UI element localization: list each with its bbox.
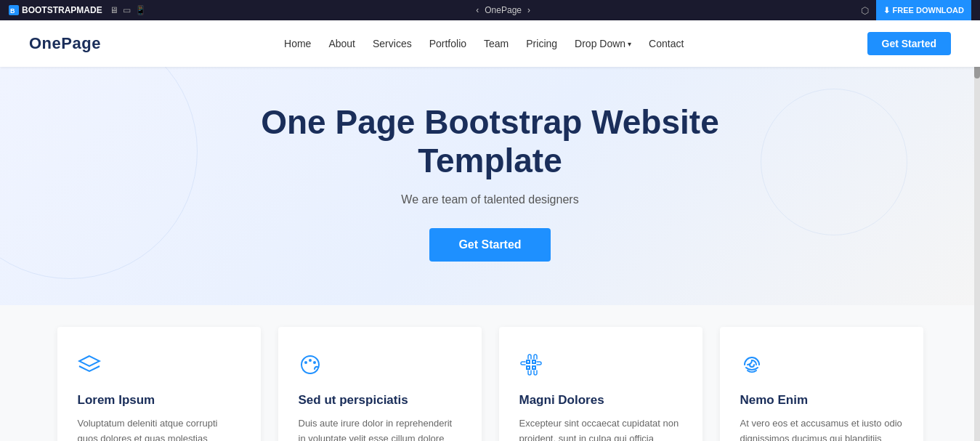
nav-item-about[interactable]: About (328, 37, 355, 50)
prev-icon[interactable]: ‹ (476, 5, 479, 15)
feature-text-2: Duis aute irure dolor in reprehenderit i… (299, 416, 461, 441)
nav-item-pricing[interactable]: Pricing (526, 37, 557, 50)
feature-title-4: Nemo Enim (740, 393, 903, 408)
tablet-icon: ▭ (123, 5, 131, 15)
feature-icon-1 (78, 353, 240, 381)
features-section: Lorem Ipsum Voluptatum deleniti atque co… (0, 305, 980, 441)
brand-text: BOOTSTRAPMADE (22, 5, 102, 15)
mobile-icon: 📱 (135, 5, 146, 15)
navbar-cta-button[interactable]: Get Started (867, 32, 951, 55)
nav-item-portfolio[interactable]: Portfolio (429, 37, 466, 50)
scrollbar-track[interactable] (974, 20, 980, 441)
feature-title-2: Sed ut perspiciatis (299, 393, 461, 408)
feature-icon-2 (299, 353, 461, 381)
svg-point-5 (313, 361, 316, 364)
svg-point-4 (309, 359, 312, 362)
nav-link-services[interactable]: Services (373, 38, 412, 49)
feature-card-4: Nemo Enim At vero eos et accusamus et iu… (720, 327, 923, 441)
top-bar-center: ‹ OnePage › (476, 5, 530, 15)
brand-logo: B BOOTSTRAPMADE (9, 5, 102, 15)
desktop-icon: 🖥 (110, 5, 118, 15)
hero-cta-button[interactable]: Get Started (429, 228, 550, 262)
nav-item-services[interactable]: Services (373, 37, 412, 50)
nav-link-about[interactable]: About (328, 38, 355, 49)
svg-point-3 (304, 361, 307, 364)
page-title: OnePage (485, 5, 522, 15)
feature-title-1: Lorem Ipsum (78, 393, 240, 408)
feature-icon-3 (519, 353, 682, 381)
navbar: OnePage Home About Services Portfolio Te… (0, 20, 980, 67)
nav-link-portfolio[interactable]: Portfolio (429, 38, 466, 49)
nav-link-pricing[interactable]: Pricing (526, 38, 557, 49)
bootstrap-icon: B (9, 5, 19, 15)
top-bar-left: B BOOTSTRAPMADE 🖥 ▭ 📱 (9, 5, 146, 15)
nav-link-dropdown[interactable]: Drop Down (575, 38, 631, 49)
hero-title: One Page Bootstrap Website Template (254, 103, 726, 180)
nav-item-team[interactable]: Team (484, 37, 509, 50)
top-bar: B BOOTSTRAPMADE 🖥 ▭ 📱 ‹ OnePage › ⬡ ⬇ FR… (0, 0, 980, 20)
nav-menu: Home About Services Portfolio Team Prici… (284, 37, 684, 50)
hero-section: One Page Bootstrap Website Template We a… (0, 67, 980, 305)
feature-card-2: Sed ut perspiciatis Duis aute irure dolo… (278, 327, 482, 441)
external-link-icon[interactable]: ⬡ (861, 5, 869, 16)
device-icons: 🖥 ▭ 📱 (110, 5, 146, 15)
next-icon[interactable]: › (527, 5, 530, 15)
feature-title-3: Magni Dolores (519, 393, 682, 408)
navbar-brand[interactable]: OnePage (29, 34, 101, 53)
feature-card-1: Lorem Ipsum Voluptatum deleniti atque co… (57, 327, 261, 441)
feature-text-4: At vero eos et accusamus et iusto odio d… (740, 416, 903, 441)
nav-item-dropdown[interactable]: Drop Down (575, 38, 631, 49)
nav-link-contact[interactable]: Contact (649, 38, 684, 49)
hero-subtitle: We are team of talented designers (401, 193, 578, 206)
feature-card-3: Magni Dolores Excepteur sint occaecat cu… (499, 327, 702, 441)
svg-point-2 (301, 356, 319, 373)
svg-text:B: B (10, 7, 15, 15)
nav-link-team[interactable]: Team (484, 38, 509, 49)
download-button[interactable]: ⬇ FREE DOWNLOAD (876, 0, 971, 20)
nav-item-contact[interactable]: Contact (649, 37, 684, 50)
feature-text-3: Excepteur sint occaecat cupidatat non pr… (519, 416, 682, 441)
top-bar-right: ⬡ ⬇ FREE DOWNLOAD (861, 0, 971, 20)
feature-icon-4 (740, 353, 903, 381)
nav-item-home[interactable]: Home (284, 37, 311, 50)
feature-text-1: Voluptatum deleniti atque corrupti quos … (78, 416, 240, 441)
nav-link-home[interactable]: Home (284, 38, 311, 49)
